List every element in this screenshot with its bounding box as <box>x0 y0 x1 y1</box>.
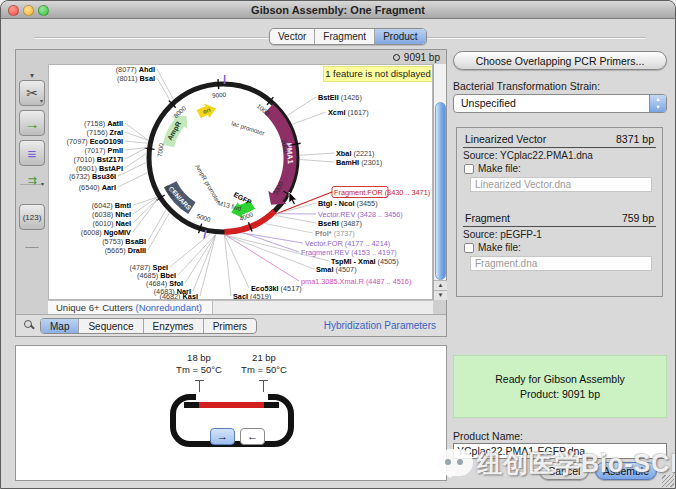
choose-primers-button[interactable]: Choose Overlapping PCR Primers... <box>453 51 667 70</box>
enzyme-label-PmlI[interactable]: (7017) PmlI <box>84 146 123 155</box>
left-junction-line <box>199 380 200 392</box>
enzyme-label-ZraI[interactable]: (7156) ZraI <box>86 128 123 137</box>
enzyme-label-PfoI-[interactable]: PfoI* (3737) <box>315 229 355 238</box>
leader-line <box>224 235 231 296</box>
enzyme-label-AarI[interactable]: (6540) AarI <box>79 183 116 192</box>
tab-fragment[interactable]: Fragment <box>315 29 375 44</box>
scrollbar-down-button[interactable]: ▼ <box>434 290 447 300</box>
leader-line <box>157 69 173 99</box>
fragment-file-name-field[interactable] <box>470 256 652 271</box>
numbering-button[interactable]: (123) <box>19 204 45 230</box>
product-name-field[interactable] <box>453 443 667 459</box>
alignment-tool-button[interactable]: ≡ <box>19 140 45 166</box>
fragment-title: Fragment <box>465 212 510 224</box>
window-title: Gibson Assembly: One Fragment <box>1 4 675 16</box>
primer-diagram-pane: 18 bp Tm = 50°C 21 bp Tm = 50°C → ← <box>15 345 447 481</box>
vector-make-file-checkbox[interactable] <box>464 164 474 174</box>
enzyme-label-AatII[interactable]: (7158) AatII <box>84 119 123 128</box>
enzyme-label-Bsu36I[interactable]: (6732) Bsu36I <box>69 172 116 181</box>
right-junction-line <box>263 380 264 392</box>
enzyme-label-NheI[interactable]: (6038) NheI <box>92 210 131 219</box>
primer-label-Fragment-REV[interactable]: Fragment.REV (4153 .. 4197) <box>301 248 397 257</box>
enzyme-label-SacI[interactable]: SacI (4519) <box>233 292 271 300</box>
enzyme-label-NaeI[interactable]: (6010) NaeI <box>92 219 131 228</box>
sequence-length-label: 9091 bp <box>404 52 440 63</box>
leader-line <box>264 223 313 233</box>
leader-line <box>193 235 216 291</box>
resize-grip-icon[interactable] <box>662 475 674 487</box>
view-tab-map[interactable]: Map <box>41 319 79 333</box>
enzyme-label-BtgI-NcoI[interactable]: BtgI - NcoI (3455) <box>318 199 378 208</box>
nonredundant-link[interactable]: (Nonredundant) <box>135 302 202 313</box>
enzyme-label-DraIII[interactable]: (5665) DraIII <box>105 246 146 255</box>
enzyme-label-BamHI[interactable]: BamHI (2301) <box>336 158 382 167</box>
hybridization-parameters-link[interactable]: Hybridization Parameters <box>324 320 436 331</box>
enzyme-label-AhdI[interactable]: (8077) AhdI <box>116 65 155 74</box>
left-overlap-length: 18 bp <box>176 352 222 363</box>
enzyme-label-NgoMIV[interactable]: (6008) NgoMIV <box>81 228 131 237</box>
enzyme-label-BmtI[interactable]: (6042) BmtI <box>92 201 131 210</box>
cancel-button[interactable]: Cancel <box>539 462 589 480</box>
scrollbar-up-button[interactable]: ▲ <box>434 280 447 290</box>
primer-label-Vector-REV[interactable]: Vector.REV (3428 .. 3456) <box>318 210 403 219</box>
enzyme-label-SmaI[interactable]: SmaI (4507) <box>316 265 357 274</box>
assemble-button[interactable]: Assemble <box>595 462 657 480</box>
strain-label: Bacterial Transformation Strain: <box>453 80 600 92</box>
plasmid-icon <box>393 54 400 61</box>
cutters-strip: Unique 6+ Cutters (Nonredundant) <box>48 300 433 314</box>
ring-tick-label: 9000 <box>212 91 227 99</box>
leader-line <box>125 154 146 168</box>
primers-filter-icon: -—- <box>19 238 45 254</box>
enzyme-label-BstZ17I[interactable]: (7010) BstZ17I <box>74 155 123 164</box>
scrollbar-thumb[interactable] <box>435 102 446 280</box>
primer-label-pma1-3085-XmaI-R[interactable]: pma1.3085.XmaI.R (4487 .. 4516) <box>301 277 411 286</box>
leader-line <box>292 112 326 124</box>
cut-tool-button[interactable]: ✂▾ <box>19 80 45 106</box>
enzyme-label-BsaBI[interactable]: (5753) BsaBI <box>102 237 146 246</box>
vector-file-name-field[interactable] <box>470 177 652 192</box>
forward-primer-button[interactable]: → <box>210 428 235 445</box>
plasmid-map: PMA1CEN/ARSAmpRori1000200030004000500060… <box>49 65 433 300</box>
map-view-tabs: MapSequenceEnzymesPrimers <box>40 318 257 334</box>
fragment-make-file-checkbox[interactable] <box>464 243 474 253</box>
map-footer: MapSequenceEnzymesPrimers Hybridization … <box>16 314 446 336</box>
fragment-length: 759 bp <box>622 212 654 224</box>
lac-promoter-label: lac promoter <box>231 119 266 136</box>
arrow-tool-button[interactable]: → <box>19 110 45 136</box>
titlebar[interactable]: Gibson Assembly: One Fragment <box>1 1 675 19</box>
sequence-length: 9091 bp <box>393 51 440 63</box>
gibson-assembly-dialog: Gibson Assembly: One Fragment VectorFrag… <box>0 0 676 489</box>
tab-vector[interactable]: Vector <box>270 29 315 44</box>
map-vertical-scrollbar[interactable]: ▲ ▼ <box>433 64 446 300</box>
view-tab-enzymes[interactable]: Enzymes <box>144 319 204 333</box>
right-overlap-tm: Tm = 50°C <box>231 364 297 375</box>
enzyme-label-XbaI[interactable]: XbaI (2221) <box>336 149 375 158</box>
components-groupbox: Linearized Vector 8371 bp Source: YCplac… <box>456 127 663 297</box>
enzyme-label-BstEII[interactable]: BstEII (1426) <box>318 93 362 102</box>
primer-label-Vector-FOR[interactable]: Vector.FOR (4177 .. 4214) <box>305 239 390 248</box>
vector-source: Source: YCplac22.PMA1.dna <box>463 150 593 161</box>
product-name-label: Product Name: <box>453 430 523 442</box>
m13-fwd-label: M13 fwd <box>217 199 243 212</box>
dropdown-stepper-icon: ▲▼ <box>649 95 666 112</box>
strain-dropdown[interactable]: Unspecified ▲▼ <box>453 94 667 113</box>
cutters-setting[interactable]: Unique 6+ Cutters (Nonredundant) <box>48 301 213 315</box>
view-tab-sequence[interactable]: Sequence <box>79 319 143 333</box>
ring-tick-label: 7000 <box>156 142 165 157</box>
vector-title-rule <box>463 147 656 148</box>
right-overlap-length: 21 bp <box>241 352 287 363</box>
reverse-primer-button[interactable]: ← <box>240 428 265 445</box>
primer-label-Fragment-FOR[interactable]: Fragment.FOR (3430 .. 3471) <box>334 188 430 197</box>
vector-length: 8371 bp <box>616 133 654 145</box>
leader-line <box>243 232 299 252</box>
enzyme-label-XcmI[interactable]: XcmI (1617) <box>328 108 369 117</box>
enzyme-label-EcoO109I[interactable]: (7097) EcoO109I <box>67 137 123 146</box>
enzyme-label-BseRI[interactable]: BseRI (3487) <box>318 219 362 228</box>
search-icon[interactable] <box>24 320 32 328</box>
enzyme-label-KasI[interactable]: (4682) KasI <box>159 292 198 300</box>
leader-line <box>274 215 316 223</box>
tab-product[interactable]: Product <box>375 29 425 44</box>
leader-line <box>300 160 334 162</box>
view-tab-primers[interactable]: Primers <box>204 319 256 333</box>
enzyme-label-BsaI[interactable]: (8011) BsaI <box>117 74 155 83</box>
